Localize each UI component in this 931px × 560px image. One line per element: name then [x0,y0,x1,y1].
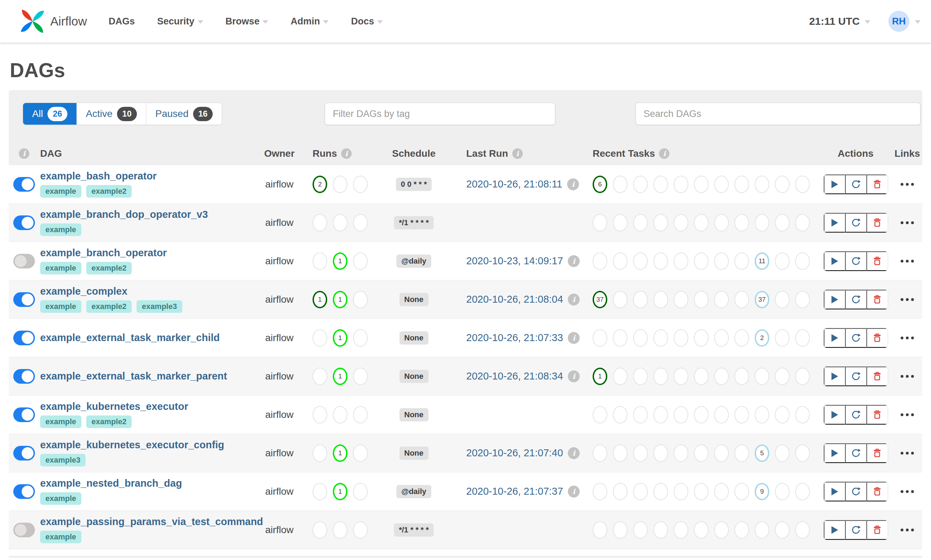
task-state-circle-failed[interactable] [633,521,648,539]
run-state-circle-failed[interactable] [353,483,368,500]
links-menu-button[interactable] [892,452,922,455]
task-state-circle-up_for_reschedule[interactable] [714,252,729,270]
nav-item-browse[interactable]: Browse [226,16,269,27]
run-state-circle-running[interactable] [333,521,348,539]
task-state-circle-skipped[interactable] [674,445,688,462]
task-state-circle-none[interactable]: 9 [755,483,769,500]
task-state-circle-queued[interactable] [734,252,749,270]
refresh-dag-button[interactable] [845,251,866,271]
task-state-circle-scheduled[interactable] [775,483,789,500]
run-state-circle-success[interactable] [312,521,327,539]
task-state-circle-up_for_retry[interactable] [694,175,709,193]
task-state-circle-up_for_reschedule[interactable] [714,291,729,308]
run-state-circle-failed[interactable] [353,521,368,539]
links-menu-button[interactable] [892,375,922,378]
task-state-circle-running[interactable] [613,368,628,385]
dag-name-link[interactable]: example_kubernetes_executor_config [40,440,250,450]
last-run-link[interactable]: 2020-10-26, 21:07:37 [466,486,563,497]
task-state-circle-failed[interactable] [633,214,648,231]
task-state-circle-success[interactable] [592,445,607,462]
dag-name-link[interactable]: example_nested_branch_dag [40,478,250,488]
task-state-circle-none[interactable] [755,368,769,385]
run-state-circle-running[interactable]: 1 [333,445,348,462]
dag-tag[interactable]: example [40,185,82,198]
dag-tag[interactable]: example [40,415,82,428]
task-state-circle-upstream_failed[interactable] [653,329,668,347]
task-state-circle-scheduled[interactable] [775,214,789,231]
delete-dag-button[interactable] [866,290,888,309]
delete-dag-button[interactable] [866,405,888,425]
delete-dag-button[interactable] [866,251,888,271]
task-state-circle-running[interactable] [613,329,628,347]
dag-tag[interactable]: example2 [86,415,132,428]
task-state-circle-skipped[interactable] [674,368,688,385]
task-state-circle-failed[interactable] [633,175,648,193]
last-run-link[interactable]: 2020-10-23, 14:09:17 [466,255,563,267]
task-state-circle-skipped[interactable] [674,483,688,500]
trigger-dag-button[interactable] [824,251,845,271]
links-menu-button[interactable] [892,260,922,263]
dag-tag[interactable]: example3 [40,454,86,466]
task-state-circle-up_for_retry[interactable] [694,329,709,347]
task-state-circle-queued[interactable] [734,291,749,308]
task-state-circle-scheduled[interactable] [775,368,789,385]
task-state-circle-removed[interactable] [795,175,810,193]
dag-tag[interactable]: example2 [86,300,132,313]
task-state-circle-failed[interactable] [633,483,648,500]
task-state-circle-success[interactable] [592,329,607,347]
last-run-link[interactable]: 2020-10-26, 21:08:11 [466,178,562,190]
nav-item-docs[interactable]: Docs [351,16,383,27]
task-state-circle-up_for_reschedule[interactable] [714,214,729,231]
task-state-circle-success[interactable]: 1 [592,368,607,385]
task-state-circle-skipped[interactable] [674,175,688,193]
task-state-circle-removed[interactable] [795,252,810,270]
dag-name-link[interactable]: example_external_task_marker_parent [40,371,250,381]
dag-pause-toggle[interactable] [13,292,35,307]
task-state-circle-queued[interactable] [734,406,749,423]
dag-pause-toggle[interactable] [13,369,35,384]
dag-tag[interactable]: example3 [137,300,182,313]
task-state-circle-queued[interactable] [734,483,749,500]
task-state-circle-queued[interactable] [734,175,749,193]
tab-all[interactable]: All 26 [23,103,77,125]
task-state-circle-removed[interactable] [795,445,810,462]
task-state-circle-up_for_retry[interactable] [694,252,709,270]
run-state-circle-failed[interactable] [353,175,368,193]
airflow-brand[interactable]: Airflow [18,6,87,37]
refresh-dag-button[interactable] [845,290,866,309]
delete-dag-button[interactable] [866,328,888,348]
task-state-circle-queued[interactable] [734,368,749,385]
task-state-circle-up_for_reschedule[interactable] [714,445,729,462]
task-state-circle-success[interactable] [592,252,607,270]
task-state-circle-up_for_retry[interactable] [694,214,709,231]
task-state-circle-upstream_failed[interactable] [653,521,668,539]
dag-name-link[interactable]: example_complex [40,286,250,296]
tag-filter-input[interactable] [325,103,555,125]
run-state-circle-success[interactable] [312,445,327,462]
delete-dag-button[interactable] [866,482,888,502]
task-state-circle-scheduled[interactable] [775,291,789,308]
dag-pause-toggle[interactable] [13,331,35,345]
trigger-dag-button[interactable] [824,520,845,540]
delete-dag-button[interactable] [866,443,888,463]
run-state-circle-failed[interactable] [353,291,368,308]
trigger-dag-button[interactable] [824,290,845,309]
trigger-dag-button[interactable] [824,366,845,386]
task-state-circle-skipped[interactable] [674,252,688,270]
task-state-circle-running[interactable] [613,175,628,193]
delete-dag-button[interactable] [866,213,888,232]
run-state-circle-running[interactable]: 1 [333,252,348,270]
run-state-circle-success[interactable] [312,252,327,270]
run-state-circle-failed[interactable] [353,252,368,270]
nav-item-dags[interactable]: DAGs [109,16,135,27]
task-state-circle-success[interactable] [592,521,607,539]
dag-pause-toggle[interactable] [13,254,35,268]
task-state-circle-up_for_reschedule[interactable] [714,175,729,193]
nav-item-security[interactable]: Security [157,16,203,27]
delete-dag-button[interactable] [866,175,888,194]
chevron-down-icon[interactable] [915,20,920,24]
task-state-circle-up_for_reschedule[interactable] [714,483,729,500]
task-state-circle-skipped[interactable] [674,329,688,347]
links-menu-button[interactable] [892,222,922,224]
dag-pause-toggle[interactable] [13,408,35,422]
